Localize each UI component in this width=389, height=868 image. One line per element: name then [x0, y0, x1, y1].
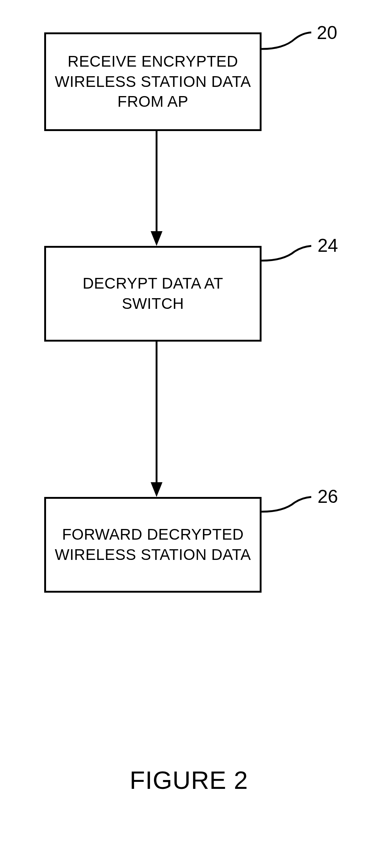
arrow-2-to-3 — [149, 342, 164, 497]
flow-step-2: DECRYPT DATA AT SWITCH — [44, 246, 262, 342]
flow-step-1: RECEIVE ENCRYPTED WIRELESS STATION DATA … — [44, 32, 262, 131]
flow-step-3: FORWARD DECRYPTED WIRELESS STATION DATA — [44, 497, 262, 593]
label-26: 26 — [318, 486, 338, 507]
label-20: 20 — [317, 22, 337, 43]
svg-marker-1 — [151, 231, 162, 246]
callout-line-24 — [262, 246, 317, 290]
svg-marker-3 — [151, 482, 162, 497]
callout-line-20 — [262, 32, 317, 77]
flow-step-3-text: FORWARD DECRYPTED WIRELESS STATION DATA — [50, 525, 256, 565]
label-24: 24 — [318, 235, 338, 256]
flow-step-1-text: RECEIVE ENCRYPTED WIRELESS STATION DATA … — [50, 52, 256, 112]
flow-step-2-text: DECRYPT DATA AT SWITCH — [50, 274, 256, 314]
callout-line-26 — [262, 497, 317, 541]
figure-caption: FIGURE 2 — [130, 766, 248, 794]
arrow-1-to-2 — [149, 131, 164, 246]
